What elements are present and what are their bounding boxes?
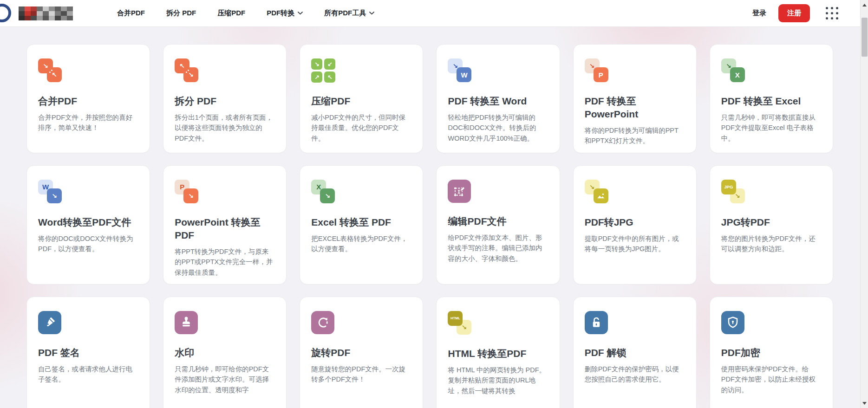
diagonal-arrow-glyph: ↘	[52, 193, 57, 199]
tool-description: 自己签名，或者请求他人进行电子签名。	[38, 364, 138, 385]
compress-pdf-icon: ↘↙↗↖	[311, 58, 335, 83]
tool-card-html-to-pdf[interactable]: ↘HTMLHTML 转换至PDF将 HTML 中的网页转换为 PDF。复制并粘贴…	[436, 297, 560, 408]
diagonal-arrow-glyph: ↖	[52, 71, 57, 78]
image-glyph	[596, 191, 606, 201]
tool-card-jpg-to-pdf[interactable]: ↘JPGJPG转PDF将您的图片转换为PDF文件，还可以调整方向和边距。	[710, 165, 833, 285]
tool-description: 只需几秒钟，即可给你的PDF文件添加图片或文字水印。可选择水印的位置、透明度和字	[175, 364, 275, 395]
tool-card-compress-pdf[interactable]: ↘↙↗↖压缩PDF减小PDF文件的尺寸，但同时保持最佳质量。优化您的PDF文件。	[300, 44, 423, 153]
tool-description: 使用密码来保护PDF文件。给PDF文件加密，以防止未经授权的访问。	[721, 364, 822, 395]
powerpoint-to-pdf-icon: P↘	[175, 180, 199, 204]
icon-front-square: P	[594, 67, 608, 82]
tool-card-edit-pdf[interactable]: 编辑PDF文件给PDF文件添加文本、图片、形状或手写的注释。编辑已添加内容的大小…	[436, 165, 560, 285]
tool-title: PDF转JPG	[585, 216, 685, 229]
tool-description: 合并PDF文件，并按照您的喜好排序，简单又快速！	[38, 112, 138, 133]
tool-description: 轻松地把PDF转换为可编辑的DOC和DOCX文件。转换后的WORD文件几乎100…	[448, 112, 548, 143]
icon-front-square	[594, 188, 608, 203]
icon-front-square: JPG	[721, 180, 736, 194]
tool-title: PDF加密	[721, 346, 822, 359]
dotted-seam-dot	[51, 70, 52, 71]
diagonal-arrow-glyph: ↘	[462, 324, 467, 330]
nav-item-2[interactable]: 拆分 PDF	[166, 9, 196, 18]
tool-description: 拆分出1个页面，或者所有页面，以便将这些页面转换为独立的PDF文件。	[175, 112, 275, 143]
tool-title: Excel 转换至 PDF	[311, 216, 411, 229]
tool-title: 水印	[175, 346, 275, 359]
main-nav: 合并PDF拆分 PDF压缩PDFPDF转换所有PDF工具	[117, 9, 374, 18]
icon-front-square: ↘	[183, 67, 198, 82]
tool-card-watermark[interactable]: 水印只需几秒钟，即可给你的PDF文件添加图片或文字水印。可选择水印的位置、透明度…	[163, 297, 287, 408]
unlock-pdf-icon	[585, 311, 608, 334]
tool-card-rotate-pdf[interactable]: 旋转PDF随意旋转您的PDF文件。一次旋转多个PDF文件！	[300, 297, 423, 408]
register-button[interactable]: 注册	[778, 4, 810, 22]
nav-item-4[interactable]: PDF转换	[267, 9, 303, 18]
tool-description: 将 HTML 中的网页转换为 PDF。复制并粘贴所需页面的URL地址，然后一键将…	[448, 365, 548, 396]
tool-card-unlock-pdf[interactable]: PDF 解锁删除PDF文件的保护密码，以便您按照自己的需求使用它。	[573, 297, 697, 408]
tool-description: 将PPT转换为PDF文件，与原来的PPT或PPTX文件完全一样，并保持最佳质量。	[175, 246, 275, 278]
format-letter-label: P	[599, 71, 603, 78]
apps-grid-icon[interactable]	[826, 7, 838, 19]
format-letter-label: JPG	[724, 185, 733, 189]
tool-card-excel-to-pdf[interactable]: X↘Excel 转换至 PDF把EXCEL表格转换为PDF文件，以方便查看。	[300, 165, 423, 285]
nav-item-1[interactable]: 合并PDF	[117, 9, 145, 18]
nav-item-5[interactable]: 所有PDF工具	[324, 9, 374, 18]
merge-pdf-icon: ↘↖	[38, 58, 62, 83]
login-link[interactable]: 登录	[752, 9, 766, 18]
scrollbar-thumb[interactable]	[861, 18, 868, 57]
tool-description: 删除PDF文件的保护密码，以便您按照自己的需求使用它。	[585, 364, 685, 385]
tool-title: PDF 转换至 Word	[448, 95, 548, 108]
dotted-seam-dot	[49, 71, 51, 73]
tool-card-pdf-to-excel[interactable]: ↘XPDF 转换至 Excel只需几秒钟，即可将数据直接从PDF文件提取至Exc…	[710, 44, 833, 153]
logo-pixelated-image	[19, 6, 73, 20]
format-letter-label: W	[461, 71, 467, 78]
tool-card-powerpoint-to-pdf[interactable]: P↘PowerPoint 转换至 PDF将PPT转换为PDF文件，与原来的PPT…	[163, 165, 287, 285]
icon-front-square: ↖	[47, 67, 62, 82]
watermark-icon	[175, 311, 198, 334]
jpg-to-pdf-icon: ↘JPG	[721, 180, 745, 204]
tool-title: JPG转PDF	[721, 216, 822, 229]
tool-title: PowerPoint 转换至 PDF	[175, 216, 275, 242]
tool-card-pdf-to-jpg[interactable]: ↘PDF转JPG提取PDF文件中的所有图片，或将每一页转换为JPG图片。	[573, 165, 697, 285]
tool-card-sign-pdf[interactable]: PDF 签名自己签名，或者请求他人进行电子签名。	[26, 297, 150, 408]
tool-card-word-to-pdf[interactable]: W↘Word转换至PDF文件将你的DOC或DOCX文件转换为PDF，以方便查看。	[26, 165, 150, 285]
page-scrollbar[interactable]	[860, 0, 868, 408]
nav-item-label: 拆分 PDF	[166, 9, 196, 18]
tool-title: 拆分 PDF	[175, 95, 275, 108]
tools-page: ↘↖合并PDF合并PDF文件，并按照您的喜好排序，简单又快速！↖↘拆分 PDF拆…	[0, 27, 868, 408]
tool-description: 将你的PDF转换为可编辑的PPT和PPTX幻灯片文件。	[585, 125, 685, 146]
logo-ring-mark	[0, 4, 11, 22]
icon-front-square: X	[730, 67, 745, 82]
tool-title: 编辑PDF文件	[448, 215, 548, 228]
tool-title: PDF 签名	[38, 346, 138, 359]
pdf-to-powerpoint-icon: ↘P	[585, 58, 609, 83]
tool-description: 只需几秒钟，即可将数据直接从PDF文件提取至Excel 电子表格中。	[721, 112, 822, 143]
tool-card-pdf-to-word[interactable]: ↘WPDF 转换至 Word轻松地把PDF转换为可编辑的DOC和DOCX文件。转…	[436, 44, 560, 153]
tool-card-merge-pdf[interactable]: ↘↖合并PDF合并PDF文件，并按照您的喜好排序，简单又快速！	[26, 44, 150, 153]
scrollbar-down-arrow[interactable]	[861, 399, 868, 407]
compress-arrow-square: ↙	[324, 58, 335, 70]
tool-description: 将你的DOC或DOCX文件转换为PDF，以方便查看。	[38, 233, 138, 254]
scrollbar-up-arrow[interactable]	[861, 1, 868, 9]
html-to-pdf-icon: ↘HTML	[448, 311, 472, 335]
excel-to-pdf-icon: X↘	[311, 180, 335, 204]
nav-item-label: 压缩PDF	[217, 9, 245, 18]
tool-card-protect-pdf[interactable]: PDF加密使用密码来保护PDF文件。给PDF文件加密，以防止未经授权的访问。	[710, 297, 833, 408]
tool-card-grid: ↘↖合并PDF合并PDF文件，并按照您的喜好排序，简单又快速！↖↘拆分 PDF拆…	[26, 44, 833, 408]
top-navigation-bar: 合并PDF拆分 PDF压缩PDFPDF转换所有PDF工具 登录 注册	[0, 0, 868, 27]
nav-item-3[interactable]: 压缩PDF	[217, 9, 245, 18]
icon-front-square: HTML	[448, 311, 463, 326]
tool-title: HTML 转换至PDF	[448, 347, 548, 360]
tool-title: PDF 转换至 PowerPoint	[585, 95, 685, 121]
diagonal-arrow-glyph: ↘	[188, 193, 194, 199]
tool-card-pdf-to-powerpoint[interactable]: ↘PPDF 转换至 PowerPoint将你的PDF转换为可编辑的PPT和PPT…	[573, 44, 697, 153]
diagonal-arrow-glyph: ↘	[735, 193, 740, 199]
format-letter-label: X	[735, 71, 740, 78]
tool-title: 旋转PDF	[311, 346, 411, 359]
diagonal-arrow-glyph: ↘	[589, 63, 595, 69]
word-to-pdf-icon: W↘	[38, 180, 62, 204]
compress-arrow-square: ↘	[311, 58, 322, 70]
icon-front-square: ↘	[320, 188, 335, 203]
compress-arrow-square: ↗	[311, 71, 322, 83]
icon-front-square: ↘	[183, 188, 198, 203]
tool-card-split-pdf[interactable]: ↖↘拆分 PDF拆分出1个页面，或者所有页面，以便将这些页面转换为独立的PDF文…	[163, 44, 287, 153]
site-logo[interactable]	[0, 0, 98, 26]
compress-arrow-square: ↖	[324, 71, 335, 83]
